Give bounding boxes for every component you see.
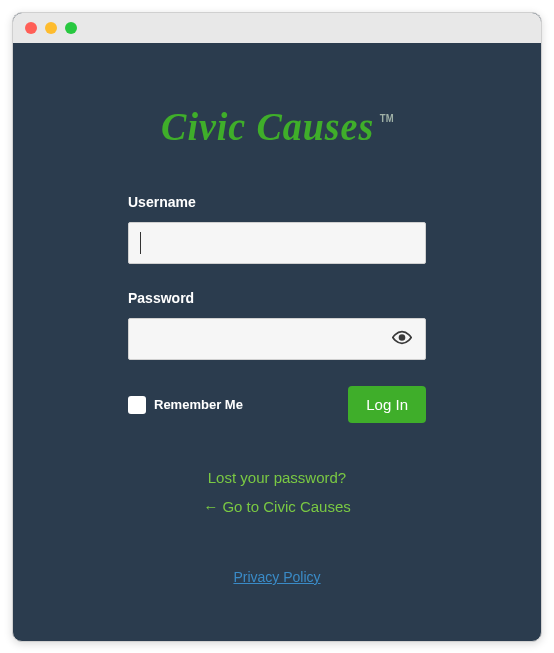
app-window: Civic Causes TM Username Password	[12, 12, 542, 642]
login-form: Username Password Remember Me	[128, 194, 426, 423]
password-input[interactable]	[128, 318, 426, 360]
username-input-wrap	[128, 222, 426, 264]
logo-text: Civic Causes	[161, 103, 374, 150]
secondary-links: Lost your password? ← Go to Civic Causes…	[203, 469, 351, 585]
window-minimize-icon[interactable]	[45, 22, 57, 34]
remember-me-label[interactable]: Remember Me	[128, 396, 243, 414]
password-input-wrap	[128, 318, 426, 360]
back-to-site-link[interactable]: ← Go to Civic Causes	[203, 498, 351, 515]
svg-point-0	[400, 335, 405, 340]
window-close-icon[interactable]	[25, 22, 37, 34]
login-button[interactable]: Log In	[348, 386, 426, 423]
username-input[interactable]	[128, 222, 426, 264]
password-label: Password	[128, 290, 426, 306]
titlebar	[13, 13, 541, 43]
remember-me-text: Remember Me	[154, 397, 243, 412]
privacy-policy-link[interactable]: Privacy Policy	[233, 569, 320, 585]
toggle-password-visibility-button[interactable]	[388, 324, 416, 355]
window-zoom-icon[interactable]	[65, 22, 77, 34]
remember-me-checkbox[interactable]	[128, 396, 146, 414]
text-caret-icon	[140, 232, 141, 254]
login-content: Civic Causes TM Username Password	[13, 43, 541, 605]
logo: Civic Causes TM	[161, 103, 393, 150]
lost-password-link[interactable]: Lost your password?	[208, 469, 346, 486]
form-footer-row: Remember Me Log In	[128, 386, 426, 423]
logo-tm: TM	[379, 113, 393, 124]
eye-icon	[392, 328, 412, 348]
username-label: Username	[128, 194, 426, 210]
